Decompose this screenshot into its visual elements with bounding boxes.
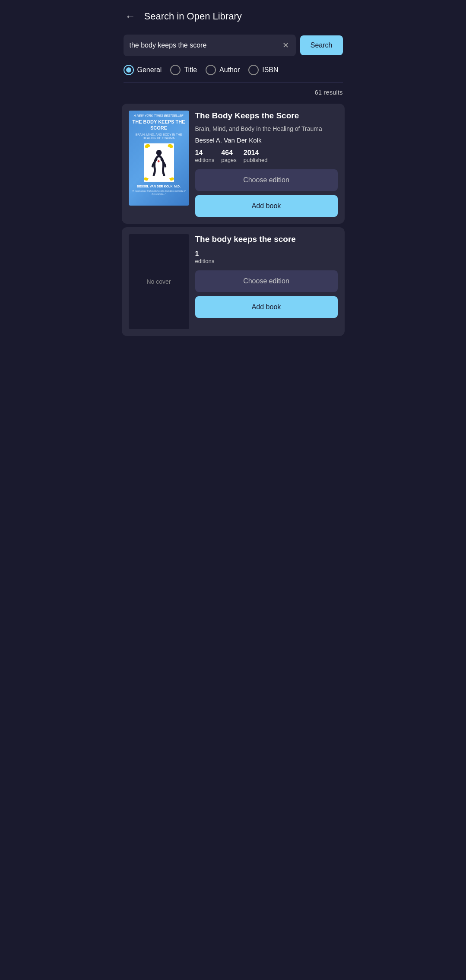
- pages-value-1: 464: [221, 149, 236, 157]
- header: ← Search in Open Library: [117, 0, 350, 31]
- choose-edition-button-1[interactable]: Choose edition: [195, 169, 338, 191]
- book-card-1: A NEW YORK TIMES BESTSELLER THE BODY KEE…: [122, 104, 345, 224]
- book-cover-image-1: A NEW YORK TIMES BESTSELLER THE BODY KEE…: [129, 111, 189, 206]
- add-book-button-1[interactable]: Add book: [195, 195, 338, 217]
- book-meta-1: 14 editions 464 pages 2014 published: [195, 149, 338, 163]
- meta-pages-1: 464 pages: [221, 149, 236, 163]
- add-book-button-2[interactable]: Add book: [195, 296, 338, 318]
- year-value-1: 2014: [244, 149, 268, 157]
- radio-author[interactable]: [206, 65, 216, 75]
- filter-general-label: General: [137, 66, 162, 74]
- back-button[interactable]: ←: [124, 9, 137, 24]
- editions-value-2: 1: [195, 250, 215, 258]
- book-title-1: The Body Keeps the Score: [195, 111, 338, 121]
- book-author-1: Bessel A. Van Der Kolk: [195, 136, 338, 144]
- search-input-container: ✕: [124, 35, 296, 56]
- book-info-2: The body keeps the score 1 editions Choo…: [195, 234, 338, 329]
- cover-subtitle: BRAIN, MIND, AND BODY IN THE HEALING OF …: [132, 133, 186, 140]
- filter-isbn-label: ISBN: [262, 66, 278, 74]
- book-info-1: The Body Keeps the Score Brain, Mind, an…: [195, 111, 338, 217]
- search-input[interactable]: [130, 41, 278, 49]
- filter-author-label: Author: [219, 66, 240, 74]
- cover-main-title: THE BODY KEEPS THE SCORE: [132, 119, 186, 131]
- choose-edition-button-2[interactable]: Choose edition: [195, 270, 338, 292]
- editions-value-1: 14: [195, 149, 215, 157]
- book-title-2: The body keeps the score: [195, 234, 338, 245]
- book-actions-2: Choose edition Add book: [195, 270, 338, 318]
- svg-point-1: [157, 160, 159, 162]
- editions-label-2: editions: [195, 258, 215, 264]
- meta-editions-2: 1 editions: [195, 250, 215, 264]
- book-cover-1: A NEW YORK TIMES BESTSELLER THE BODY KEE…: [129, 111, 189, 206]
- filter-general[interactable]: General: [124, 65, 162, 75]
- year-label-1: published: [244, 157, 268, 163]
- page-title: Search in Open Library: [144, 11, 242, 22]
- radio-title[interactable]: [170, 65, 181, 75]
- book-card-2: No cover The body keeps the score 1 edit…: [122, 227, 345, 336]
- book-cover-2: No cover: [129, 234, 189, 329]
- search-row: ✕ Search: [117, 31, 350, 60]
- cover-quote: "A masterpiece that combines the boundle…: [132, 190, 186, 195]
- cover-figure: [144, 143, 174, 182]
- search-button[interactable]: Search: [300, 35, 343, 55]
- book-subtitle-1: Brain, Mind, and Body in the Healing of …: [195, 125, 338, 133]
- clear-button[interactable]: ✕: [282, 40, 290, 51]
- no-cover-placeholder: No cover: [129, 234, 189, 329]
- book-meta-2: 1 editions: [195, 250, 338, 264]
- cover-bestseller-text: A NEW YORK TIMES BESTSELLER: [134, 114, 184, 117]
- filter-title-label: Title: [184, 66, 197, 74]
- radio-general[interactable]: [124, 65, 134, 75]
- filter-row: General Title Author ISBN: [117, 60, 350, 80]
- results-count: 61 results: [117, 84, 350, 100]
- radio-isbn[interactable]: [248, 65, 259, 75]
- meta-year-1: 2014 published: [244, 149, 268, 163]
- filter-title[interactable]: Title: [170, 65, 197, 75]
- cover-author: BESSEL VAN DER KOLK, M.D.: [137, 185, 181, 188]
- filter-author[interactable]: Author: [206, 65, 240, 75]
- book-actions-1: Choose edition Add book: [195, 169, 338, 217]
- divider: [124, 82, 343, 82]
- editions-label-1: editions: [195, 157, 215, 163]
- meta-editions-1: 14 editions: [195, 149, 215, 163]
- pages-label-1: pages: [221, 157, 236, 163]
- body-silhouette-icon: [150, 149, 168, 177]
- filter-isbn[interactable]: ISBN: [248, 65, 278, 75]
